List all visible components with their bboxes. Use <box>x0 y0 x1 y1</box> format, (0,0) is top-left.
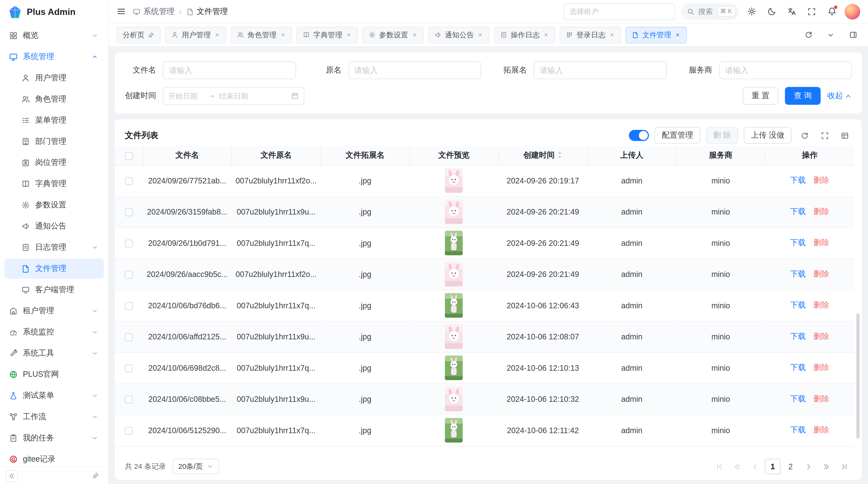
global-search[interactable]: 搜索 ⌘ K <box>680 3 739 20</box>
sidebar-collapse-button[interactable] <box>5 470 18 482</box>
cell-preview[interactable] <box>409 384 498 415</box>
delete-button[interactable]: 删 除 <box>706 127 738 144</box>
close-icon[interactable] <box>214 32 220 38</box>
delete-link[interactable]: 删除 <box>813 332 829 341</box>
table-refresh-icon[interactable] <box>797 128 812 143</box>
column-header[interactable]: 上传人 <box>587 146 676 165</box>
tabs-dropdown-chevron-icon[interactable] <box>824 28 838 42</box>
download-link[interactable]: 下载 <box>790 394 806 403</box>
row-checkbox[interactable] <box>125 208 133 216</box>
delete-link[interactable]: 删除 <box>813 394 829 403</box>
row-checkbox[interactable] <box>125 178 133 185</box>
row-checkbox[interactable] <box>125 302 133 310</box>
jump-forward-button[interactable] <box>818 459 834 474</box>
table-scrollbar-thumb[interactable] <box>857 313 860 439</box>
sidebar-item-monitor[interactable]: 系统监控 <box>4 322 104 342</box>
sidebar-item-plus-site[interactable]: PLUS官网 <box>4 364 104 384</box>
table-fullscreen-icon[interactable] <box>817 128 832 143</box>
sidebar-item-files[interactable]: 文件管理 <box>4 259 104 279</box>
page-size-select[interactable]: 20条/页 <box>173 459 219 474</box>
cell-preview[interactable] <box>409 321 498 352</box>
sidebar-item-overview[interactable]: 概览 <box>4 26 104 45</box>
cell-preview[interactable] <box>409 290 498 321</box>
reset-button[interactable]: 重 置 <box>743 87 778 105</box>
last-page-button[interactable] <box>836 459 852 474</box>
tab-op-log[interactable]: 操作日志 <box>494 27 555 43</box>
row-checkbox[interactable] <box>125 365 133 373</box>
date-end-input[interactable] <box>219 92 256 100</box>
sidebar-item-menus[interactable]: 菜单管理 <box>4 110 104 130</box>
delete-link[interactable]: 删除 <box>813 425 829 434</box>
close-icon[interactable] <box>543 32 549 38</box>
date-range-picker[interactable] <box>163 87 304 105</box>
prev-page-button[interactable] <box>747 459 763 474</box>
tab-users[interactable]: 用户管理 <box>165 27 226 43</box>
page-number-1[interactable]: 1 <box>765 459 780 474</box>
table-columns-icon[interactable] <box>837 128 852 143</box>
sidebar-item-roles[interactable]: 角色管理 <box>4 89 104 109</box>
delete-link[interactable]: 删除 <box>813 269 829 278</box>
download-link[interactable]: 下载 <box>790 363 806 372</box>
delete-link[interactable]: 删除 <box>813 363 829 372</box>
sidebar-item-logs[interactable]: 日志管理 <box>4 237 104 257</box>
cell-preview[interactable] <box>409 165 498 196</box>
tabs-refresh-icon[interactable] <box>801 28 816 42</box>
row-checkbox[interactable] <box>125 396 133 404</box>
filter-input-extension[interactable] <box>534 61 666 79</box>
column-header[interactable]: 操作 <box>765 146 854 165</box>
search-button[interactable]: 查 询 <box>785 87 821 105</box>
column-header[interactable]: 服务商 <box>676 146 765 165</box>
delete-link[interactable]: 删除 <box>813 175 829 184</box>
cell-preview[interactable] <box>409 352 498 383</box>
jump-back-button[interactable] <box>729 459 745 474</box>
notification-bell-icon[interactable] <box>825 4 839 19</box>
tab-dict[interactable]: 字典管理 <box>297 27 358 43</box>
cell-preview[interactable] <box>409 196 498 227</box>
row-checkbox[interactable] <box>125 240 133 248</box>
download-link[interactable]: 下载 <box>790 300 806 309</box>
close-icon[interactable] <box>675 32 681 38</box>
sidebar-item-tenants[interactable]: 租户管理 <box>4 301 104 321</box>
column-header[interactable]: 文件名 <box>143 146 232 165</box>
tab-analysis[interactable]: 分析页 <box>117 27 161 43</box>
fullscreen-icon[interactable] <box>805 4 819 19</box>
next-page-button[interactable] <box>801 459 816 474</box>
tabs-layout-icon[interactable] <box>846 28 860 42</box>
filter-input-origin-name[interactable] <box>348 61 481 79</box>
hamburger-icon[interactable] <box>117 7 126 16</box>
settings-gear-icon[interactable] <box>744 4 759 19</box>
sidebar-item-dict[interactable]: 字典管理 <box>4 174 104 194</box>
download-link[interactable]: 下载 <box>790 238 806 247</box>
sidebar-item-system[interactable]: 系统管理 <box>4 47 104 67</box>
tab-notice[interactable]: 通知公告 <box>428 27 490 43</box>
config-manage-button[interactable]: 配置管理 <box>655 127 701 144</box>
sidebar-item-workflow[interactable]: 工作流 <box>4 407 104 427</box>
tab-roles[interactable]: 角色管理 <box>231 27 292 43</box>
translate-icon[interactable] <box>784 4 799 19</box>
user-avatar[interactable] <box>845 4 860 19</box>
cell-preview[interactable] <box>409 415 498 446</box>
row-checkbox[interactable] <box>125 333 133 341</box>
download-link[interactable]: 下载 <box>790 175 806 184</box>
page-number-2[interactable]: 2 <box>783 459 798 474</box>
close-icon[interactable] <box>411 32 417 38</box>
sidebar-pin-icon[interactable] <box>88 468 102 483</box>
sidebar-item-notice[interactable]: 通知公告 <box>4 216 104 236</box>
delete-link[interactable]: 删除 <box>813 238 829 247</box>
column-header[interactable]: 创建时间 <box>498 146 587 165</box>
upload-button[interactable]: 上传 没做 <box>744 127 792 144</box>
column-header[interactable]: 文件拓展名 <box>321 146 410 165</box>
column-header[interactable]: 文件原名 <box>232 146 321 165</box>
column-header[interactable]: 文件预览 <box>409 146 498 165</box>
close-icon[interactable] <box>280 32 286 38</box>
download-link[interactable]: 下载 <box>790 207 806 216</box>
collapse-filter-link[interactable]: 收起 <box>827 91 852 101</box>
delete-link[interactable]: 删除 <box>813 207 829 216</box>
breadcrumb-item-files[interactable]: 文件管理 <box>186 6 228 17</box>
delete-link[interactable]: 删除 <box>813 300 829 309</box>
filter-input-provider[interactable] <box>719 61 852 79</box>
sidebar-item-posts[interactable]: 岗位管理 <box>4 153 104 173</box>
sidebar-item-my-tasks[interactable]: 我的任务 <box>4 428 104 448</box>
download-link[interactable]: 下载 <box>790 269 806 278</box>
sidebar-item-tools[interactable]: 系统工具 <box>4 343 104 363</box>
